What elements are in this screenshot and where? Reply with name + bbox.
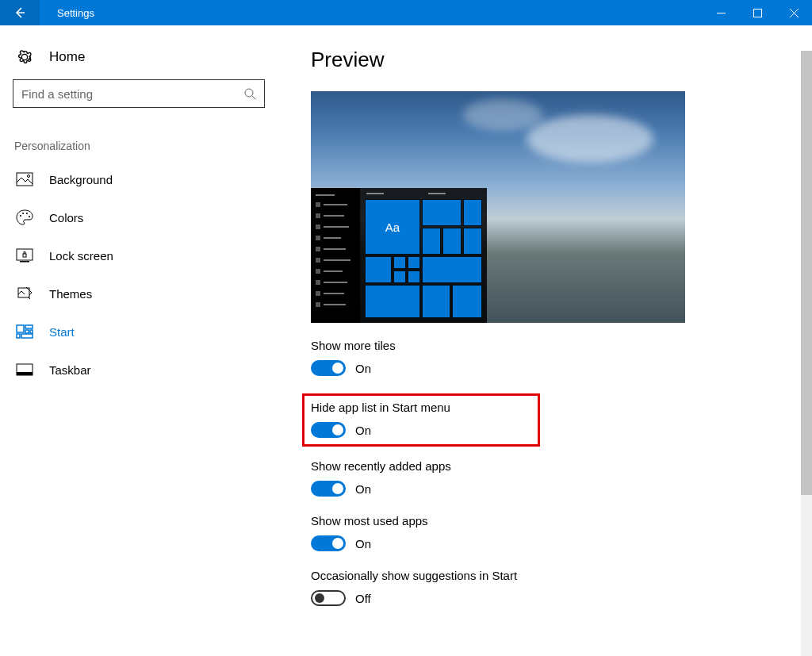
toggle-state: On — [355, 537, 371, 551]
home-link[interactable]: Home — [13, 46, 265, 79]
start-tiles-icon — [16, 324, 33, 340]
setting-label: Show more tiles — [311, 339, 779, 352]
svg-rect-0 — [753, 9, 761, 17]
search-input[interactable]: Find a setting — [13, 79, 265, 108]
titlebar: Settings — [0, 0, 812, 25]
svg-rect-9 — [20, 261, 29, 263]
maximize-icon — [753, 9, 762, 17]
picture-icon — [16, 171, 33, 187]
sidebar-item-start[interactable]: Start — [13, 313, 265, 351]
sidebar-item-taskbar[interactable]: Taskbar — [13, 351, 265, 389]
sidebar-item-label: Start — [49, 325, 75, 339]
toggle-switch[interactable] — [311, 590, 346, 606]
svg-rect-19 — [17, 372, 33, 375]
sidebar-item-label: Lock screen — [49, 249, 113, 263]
svg-rect-15 — [30, 330, 33, 333]
svg-rect-8 — [17, 249, 33, 260]
window-controls — [703, 0, 812, 25]
toggle-state: Off — [355, 592, 371, 605]
sidebar-item-lock-screen[interactable]: Lock screen — [13, 236, 265, 274]
toggle-switch[interactable] — [311, 481, 346, 497]
main-content: Preview — [278, 25, 812, 656]
minimize-icon — [717, 9, 726, 17]
toggle-switch[interactable] — [311, 422, 346, 438]
sidebar-item-colors[interactable]: Colors — [13, 198, 265, 236]
toggle-switch[interactable] — [311, 535, 346, 551]
setting-label: Occasionally show suggestions in Start — [311, 569, 779, 582]
sidebar-item-background[interactable]: Background — [13, 160, 265, 198]
scrollbar-thumb[interactable] — [801, 51, 812, 495]
svg-rect-17 — [21, 334, 33, 338]
window-title: Settings — [40, 7, 94, 19]
preview-tile-label: Aa — [385, 221, 400, 234]
svg-point-4 — [20, 215, 21, 217]
svg-point-7 — [29, 216, 30, 217]
lock-screen-icon — [16, 247, 33, 263]
palette-icon — [16, 209, 33, 225]
svg-point-1 — [245, 89, 253, 97]
section-header: Personalization — [13, 140, 265, 160]
sidebar-item-label: Background — [49, 173, 113, 186]
home-label: Home — [49, 49, 85, 65]
preview-app-list — [311, 188, 360, 323]
toggle-state: On — [355, 482, 371, 496]
svg-rect-16 — [17, 334, 20, 338]
toggle-state: On — [355, 362, 371, 375]
gear-icon — [16, 49, 33, 65]
close-icon — [790, 9, 799, 17]
preview-tiles: Aa — [360, 188, 487, 323]
setting-label: Hide app list in Start menu — [311, 401, 531, 414]
svg-rect-2 — [17, 173, 33, 186]
sidebar-item-label: Taskbar — [49, 363, 91, 377]
svg-point-5 — [22, 213, 24, 214]
sidebar-item-label: Colors — [49, 211, 83, 224]
page-title: Preview — [311, 48, 779, 72]
setting-row: Hide app list in Start menuOn — [302, 393, 540, 447]
arrow-left-icon — [13, 6, 26, 19]
setting-label: Show most used apps — [311, 514, 779, 527]
minimize-button[interactable] — [703, 0, 739, 25]
toggle-switch[interactable] — [311, 360, 346, 376]
setting-row: Show more tilesOn — [311, 339, 779, 376]
svg-rect-14 — [25, 330, 29, 333]
search-icon — [243, 87, 256, 100]
close-button[interactable] — [776, 0, 812, 25]
themes-icon — [16, 286, 33, 301]
preview-start-overlay: Aa — [311, 188, 487, 323]
svg-rect-10 — [23, 254, 26, 257]
back-button[interactable] — [0, 0, 40, 25]
svg-rect-12 — [17, 325, 24, 332]
maximize-button[interactable] — [739, 0, 776, 25]
svg-rect-13 — [25, 325, 33, 328]
setting-row: Show recently added appsOn — [311, 459, 779, 497]
scrollbar[interactable] — [801, 51, 812, 656]
svg-point-6 — [26, 213, 28, 214]
search-placeholder: Find a setting — [21, 87, 243, 101]
sidebar: Home Find a setting Personalization Back… — [0, 25, 278, 656]
setting-row: Show most used appsOn — [311, 514, 779, 551]
sidebar-item-themes[interactable]: Themes — [13, 274, 265, 313]
setting-row: Occasionally show suggestions in StartOf… — [311, 569, 779, 606]
toggle-state: On — [355, 424, 371, 437]
sidebar-item-label: Themes — [49, 287, 92, 301]
preview-image: Aa — [311, 91, 685, 323]
settings-list: Show more tilesOnHide app list in Start … — [311, 339, 779, 606]
setting-label: Show recently added apps — [311, 459, 779, 473]
taskbar-icon — [16, 362, 33, 378]
svg-point-3 — [28, 175, 30, 178]
